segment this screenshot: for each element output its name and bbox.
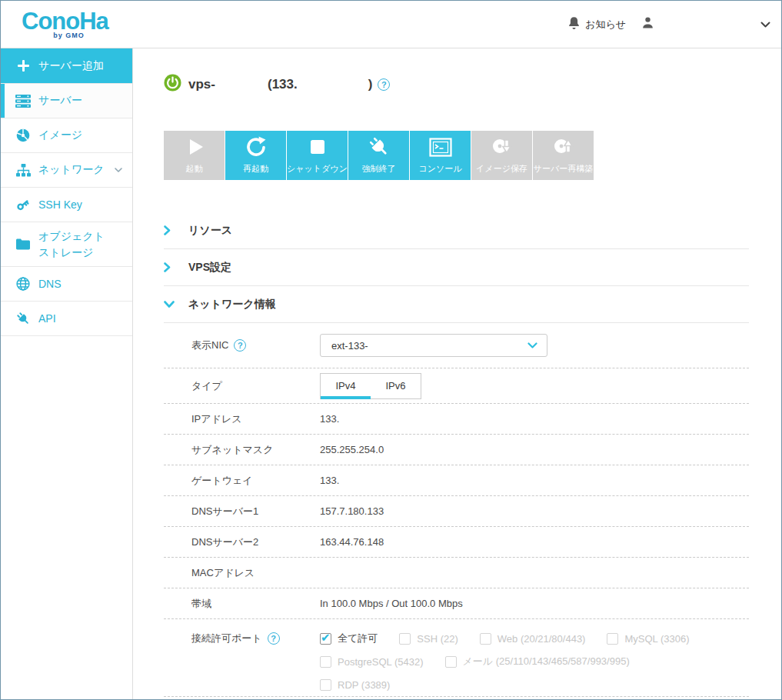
- sidebar-item-object-storage[interactable]: オブジェクトストレージ: [1, 222, 132, 267]
- checkbox-unchecked-icon: [480, 633, 491, 645]
- chevron-down-icon: [164, 301, 175, 308]
- type-row: タイプ IPv4 IPv6: [164, 368, 749, 404]
- tab-ipv6[interactable]: IPv6: [371, 374, 421, 398]
- help-icon[interactable]: ?: [234, 339, 246, 352]
- server-action-toolbar: 起動 再起動 シャットダウン: [164, 131, 749, 180]
- checkbox-mail[interactable]: メール (25/110/143/465/587/993/995): [445, 655, 630, 668]
- force-stop-button[interactable]: 強制終了: [348, 131, 409, 180]
- field-label: MACアドレス: [191, 566, 320, 580]
- plug-icon: [348, 131, 409, 163]
- checkbox-unchecked-icon: [320, 679, 331, 691]
- field-label: DNSサーバー1: [191, 505, 320, 518]
- account-menu-toggle[interactable]: [760, 18, 770, 32]
- sidebar-item-image[interactable]: イメージ: [1, 118, 132, 153]
- shutdown-button[interactable]: シャットダウン: [287, 131, 348, 180]
- checkbox-label: メール (25/110/143/465/587/993/995): [463, 655, 630, 668]
- sidebar-item-api[interactable]: API: [1, 302, 132, 336]
- section-resources[interactable]: リソース: [164, 212, 749, 249]
- user-icon: [641, 16, 654, 32]
- notifications-label: お知らせ: [585, 18, 626, 32]
- mac-address-row: MACアドレス: [164, 558, 749, 588]
- stop-icon: [287, 131, 348, 163]
- rebuild-server-button: サーバー再構築: [533, 131, 594, 180]
- ip-address-row: IPアドレス 133.: [164, 404, 749, 435]
- checkbox-unchecked-icon: [320, 656, 331, 668]
- ports-checkbox-group: 全て許可 SSH (22) Web (20/21/80/443) MySQL (…: [320, 619, 711, 696]
- account-button[interactable]: [641, 16, 654, 32]
- checkbox-allow-all[interactable]: 全て許可: [320, 632, 378, 645]
- power-on-icon: [164, 74, 181, 95]
- action-label: シャットダウン: [287, 163, 348, 180]
- checkbox-label: RDP (3389): [338, 679, 390, 691]
- main-content: vps- (133. ) ? 起動 再起動: [133, 48, 781, 699]
- checkbox-rdp[interactable]: RDP (3389): [320, 679, 390, 691]
- bell-icon: [567, 16, 581, 33]
- field-label: IPアドレス: [191, 412, 320, 426]
- checkbox-unchecked-icon: [399, 633, 411, 645]
- field-label: 帯域: [191, 597, 320, 611]
- restart-button[interactable]: 再起動: [225, 131, 286, 180]
- sidebar-item-add-server[interactable]: サーバー追加: [1, 48, 132, 84]
- server-ip-fragment: (133.: [268, 77, 298, 92]
- network-icon: [15, 164, 32, 177]
- console-button[interactable]: コンソール: [410, 131, 471, 180]
- field-value: 163.44.76.148: [320, 536, 384, 548]
- logo-byline: by GMO: [45, 32, 85, 39]
- field-value: 133.: [320, 475, 339, 486]
- tab-ipv4[interactable]: IPv4: [321, 374, 371, 398]
- section-title: ネットワーク情報: [188, 298, 276, 312]
- checkbox-unchecked-icon: [445, 656, 457, 668]
- dns-server-2-row: DNSサーバー2 163.44.76.148: [164, 527, 749, 558]
- notifications-button[interactable]: お知らせ: [567, 16, 626, 33]
- header-right: お知らせ: [567, 16, 781, 33]
- folder-icon: [15, 238, 32, 250]
- checkbox-web[interactable]: Web (20/21/80/443): [480, 633, 586, 645]
- sidebar-item-ssh-key[interactable]: SSH Key: [1, 188, 132, 222]
- action-label: コンソール: [418, 163, 461, 180]
- chevron-right-icon: [164, 225, 175, 235]
- action-label: サーバー再構築: [534, 163, 594, 180]
- play-icon: [164, 131, 225, 163]
- field-label: 表示NIC: [191, 338, 228, 352]
- sidebar-item-label: サーバー追加: [38, 59, 104, 73]
- sidebar-item-label: API: [38, 312, 56, 325]
- checkbox-label: PostgreSQL (5432): [338, 656, 424, 668]
- server-name: vps-: [188, 77, 215, 92]
- nic-select[interactable]: ext-133-: [320, 334, 547, 357]
- field-value: 157.7.180.133: [320, 505, 384, 517]
- sidebar-item-server[interactable]: サーバー: [1, 84, 132, 118]
- key-icon: [15, 198, 32, 212]
- checkbox-postgresql[interactable]: PostgreSQL (5432): [320, 656, 424, 668]
- checkbox-unchecked-icon: [607, 633, 618, 645]
- section-title: リソース: [188, 224, 232, 238]
- display-nic-label: 表示NIC ?: [191, 338, 320, 352]
- sidebar-item-dns[interactable]: DNS: [1, 267, 132, 302]
- field-value: 255.255.254.0: [320, 444, 384, 455]
- section-network-info[interactable]: ネットワーク情報: [164, 286, 749, 323]
- action-label: 強制終了: [362, 163, 396, 180]
- field-label: ゲートウェイ: [191, 474, 320, 488]
- field-value: 133.: [320, 413, 339, 425]
- help-icon[interactable]: ?: [378, 78, 390, 91]
- checkbox-mysql[interactable]: MySQL (3306): [607, 633, 689, 645]
- action-label: イメージ保存: [476, 163, 527, 180]
- network-info-panel: 表示NIC ? ext-133- タイプ IPv: [164, 323, 749, 697]
- chevron-down-icon: [760, 18, 770, 32]
- field-value: In 100.0 Mbps / Out 100.0 Mbps: [320, 598, 463, 609]
- section-vps-settings[interactable]: VPS設定: [164, 249, 749, 286]
- subnet-mask-row: サブネットマスク 255.255.254.0: [164, 435, 749, 465]
- sidebar-item-label: オブジェクトストレージ: [38, 228, 108, 260]
- conoha-logo[interactable]: ConoHa by GMO: [22, 9, 108, 39]
- server-icon: [15, 95, 32, 108]
- detail-sections: リソース VPS設定 ネットワーク情報: [164, 212, 749, 697]
- checkbox-checked-icon: [320, 633, 331, 645]
- help-icon[interactable]: ?: [268, 632, 280, 645]
- checkbox-ssh[interactable]: SSH (22): [399, 633, 458, 645]
- sidebar-item-label: イメージ: [38, 128, 82, 142]
- server-title-row: vps- (133. ) ?: [164, 74, 749, 95]
- display-nic-row: 表示NIC ? ext-133-: [164, 323, 749, 368]
- nic-select-value: ext-133-: [331, 340, 368, 352]
- sidebar-item-label: ネットワーク: [38, 163, 105, 177]
- sidebar-item-network[interactable]: ネットワーク: [1, 153, 132, 188]
- logo-text: ConoHa: [22, 9, 108, 33]
